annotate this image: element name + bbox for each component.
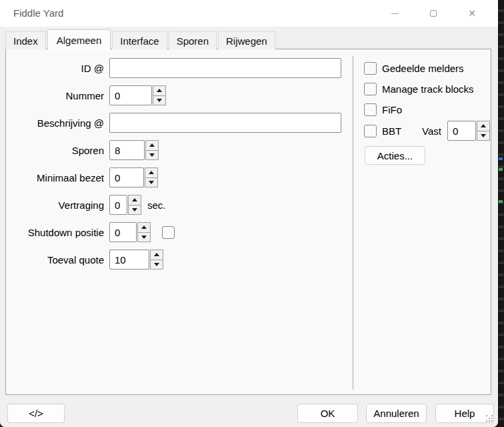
checkbox-row-bbt: BBT Vast: [359, 121, 492, 141]
tab-bar: Index Algemeen Interface Sporen Rijwegen: [5, 27, 277, 49]
arrow-up-icon: [132, 198, 137, 201]
vertraging-unit-label: sec.: [147, 199, 166, 211]
arrow-down-icon: [141, 236, 147, 239]
checkbox-row-gedeelde-melders[interactable]: Gedeelde melders: [359, 62, 492, 75]
vast-spin-buttons: [477, 121, 490, 141]
background-artifact: [499, 157, 503, 160]
shutdown-positie-checkbox[interactable]: [162, 226, 175, 239]
checkbox-label: FiFo: [382, 104, 402, 115]
gedeelde-melders-checkbox[interactable]: [364, 62, 377, 75]
form-row-toeval-quote: Toeval quote: [6, 250, 352, 270]
checkbox-label: Manage track blocks: [382, 83, 474, 95]
sporen-stepper: [109, 140, 159, 160]
form-row-sporen: Sporen: [6, 140, 352, 160]
window-title: Fiddle Yard: [13, 0, 63, 27]
spin-up-button[interactable]: [137, 222, 151, 233]
vertraging-stepper: [109, 195, 141, 215]
sporen-input[interactable]: [109, 140, 145, 160]
fifo-checkbox[interactable]: [364, 103, 377, 116]
form-column: ID @ Nummer Beschrijving @ Sporen: [6, 58, 352, 277]
tab-rijwegen[interactable]: Rijwegen: [218, 31, 275, 49]
spin-down-button[interactable]: [153, 95, 166, 106]
vast-stepper: [447, 121, 490, 141]
arrow-down-icon: [149, 153, 155, 157]
toeval-quote-stepper: [109, 250, 163, 270]
titlebar[interactable]: Fiddle Yard ✕: [0, 0, 498, 27]
spin-down-button[interactable]: [137, 232, 151, 243]
tab-interface[interactable]: Interface: [112, 31, 167, 49]
spin-down-button[interactable]: [477, 131, 490, 141]
form-row-beschrijving: Beschrijving @: [6, 113, 352, 133]
field-label-minimaal-bezet: Minimaal bezet: [6, 172, 104, 183]
spin-down-button[interactable]: [145, 150, 159, 161]
resize-grip-dots: [486, 415, 487, 416]
nummer-input[interactable]: [109, 85, 152, 105]
spin-down-button[interactable]: [128, 205, 141, 216]
cancel-button[interactable]: Annuleren: [366, 404, 427, 423]
vertraging-spin-buttons: [128, 195, 141, 215]
ok-button[interactable]: OK: [297, 404, 358, 423]
arrow-down-icon: [481, 134, 486, 137]
maximize-icon: [430, 10, 437, 17]
spin-down-button[interactable]: [145, 177, 158, 188]
minimaal-bezet-input[interactable]: [109, 167, 144, 187]
window-controls: ✕: [375, 0, 491, 27]
form-row-shutdown-positie: Shutdown positie: [6, 222, 352, 242]
code-button[interactable]: </>: [7, 404, 65, 423]
acties-button[interactable]: Acties...: [365, 146, 425, 165]
tab-sporen[interactable]: Sporen: [169, 31, 217, 49]
checkbox-label: Gedeelde melders: [382, 63, 464, 74]
tab-algemeen[interactable]: Algemeen: [47, 29, 111, 50]
desktop-background-strip: [497, 0, 504, 427]
arrow-up-icon: [157, 89, 162, 92]
shutdown-positie-input[interactable]: [109, 222, 137, 242]
spin-up-button[interactable]: [145, 140, 159, 151]
shutdown-positie-stepper: [109, 222, 151, 242]
vast-input[interactable]: [447, 121, 476, 141]
arrow-up-icon: [149, 143, 155, 147]
field-label-beschrijving: Beschrijving @: [6, 117, 104, 129]
tab-index[interactable]: Index: [5, 31, 46, 49]
vertraging-input[interactable]: [109, 195, 127, 215]
nummer-stepper: [109, 85, 166, 105]
manage-track-blocks-checkbox[interactable]: [364, 83, 377, 95]
form-row-id: ID @: [6, 58, 352, 78]
panel-divider: [353, 56, 353, 390]
toeval-quote-spin-buttons: [150, 250, 163, 270]
form-row-vertraging: Vertraging sec.: [6, 195, 352, 215]
arrow-down-icon: [132, 208, 137, 211]
dialog-window: Fiddle Yard ✕ Index Algemeen Interface S…: [0, 0, 498, 427]
maximize-button[interactable]: [414, 0, 453, 27]
close-icon: ✕: [468, 9, 476, 18]
spin-up-button[interactable]: [477, 121, 490, 131]
arrow-up-icon: [149, 171, 154, 174]
field-label-id: ID @: [6, 63, 104, 74]
id-input[interactable]: [109, 58, 341, 78]
minimize-button[interactable]: [375, 0, 414, 27]
minimaal-bezet-stepper: [109, 167, 158, 187]
checkbox-row-fifo[interactable]: FiFo: [359, 103, 492, 116]
checkbox-label: BBT: [382, 125, 401, 137]
nummer-spin-buttons: [153, 85, 166, 105]
sporen-spin-buttons: [145, 140, 159, 160]
minimize-icon: [391, 13, 399, 14]
arrow-down-icon: [154, 263, 159, 266]
close-button[interactable]: ✕: [453, 0, 491, 27]
bbt-checkbox[interactable]: [364, 125, 377, 137]
toeval-quote-input[interactable]: [109, 250, 149, 270]
checkbox-row-manage-track-blocks[interactable]: Manage track blocks: [359, 83, 492, 95]
footer-bar: </> OK Annuleren Help: [0, 395, 498, 427]
spin-up-button[interactable]: [153, 85, 166, 96]
arrow-up-icon: [141, 226, 147, 229]
resize-grip[interactable]: [486, 415, 494, 423]
field-label-vertraging: Vertraging: [6, 199, 104, 211]
spin-up-button[interactable]: [150, 250, 163, 260]
spin-up-button[interactable]: [145, 167, 158, 178]
form-row-minimaal-bezet: Minimaal bezet: [6, 167, 352, 187]
spin-up-button[interactable]: [128, 195, 141, 205]
spin-down-button[interactable]: [150, 260, 163, 270]
background-artifact: [499, 200, 503, 203]
help-button[interactable]: Help: [435, 404, 494, 423]
field-label-sporen: Sporen: [6, 145, 104, 156]
beschrijving-input[interactable]: [109, 113, 341, 133]
